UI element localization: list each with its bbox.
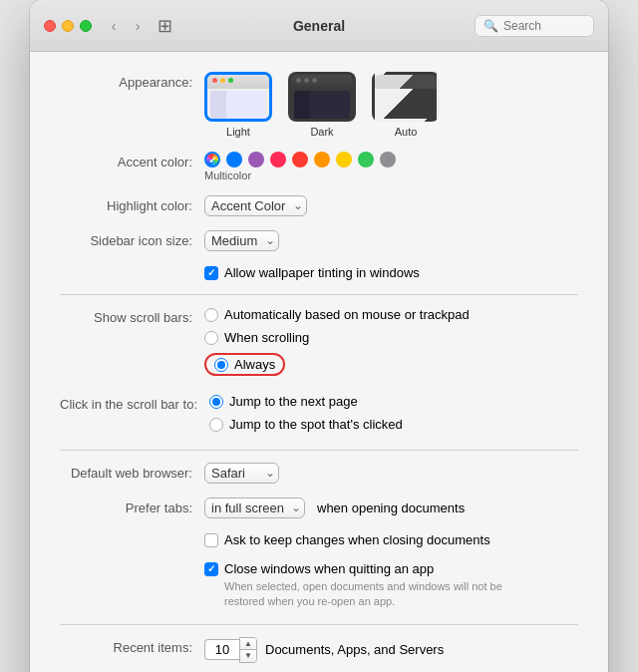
dot-red bbox=[212, 78, 217, 83]
dark-preview[interactable] bbox=[288, 72, 356, 122]
scroll-bars-label: Show scroll bars: bbox=[60, 307, 204, 325]
ask-changes-checkbox[interactable] bbox=[204, 533, 218, 547]
stepper-buttons: ▲ ▼ bbox=[239, 637, 257, 663]
click-spot-radio[interactable] bbox=[209, 418, 223, 432]
scroll-auto-option[interactable]: Automatically based on mouse or trackpad bbox=[204, 307, 470, 322]
appearance-options: Light Dark bbox=[204, 72, 440, 138]
appearance-dark[interactable]: Dark bbox=[288, 72, 356, 138]
click-next-radio[interactable] bbox=[209, 395, 223, 409]
accent-orange[interactable] bbox=[314, 152, 330, 168]
prefer-tabs-select[interactable]: in full screen always manually bbox=[204, 498, 305, 518]
window-title: General bbox=[293, 18, 345, 34]
accent-graphite[interactable] bbox=[380, 152, 396, 168]
scroll-bars-row: Show scroll bars: Automatically based on… bbox=[60, 307, 578, 380]
close-windows-checkbox-row: ✓ Close windows when quitting an app bbox=[204, 561, 543, 576]
scroll-when-option[interactable]: When scrolling bbox=[204, 330, 470, 345]
ask-changes-row: Ask to keep changes when closing documen… bbox=[60, 532, 578, 547]
search-input[interactable] bbox=[503, 19, 583, 33]
back-arrow[interactable]: ‹ bbox=[104, 16, 124, 36]
prefer-tabs-select-wrapper: in full screen always manually bbox=[204, 498, 305, 518]
scroll-auto-radio[interactable] bbox=[204, 308, 218, 322]
scroll-always-radio[interactable] bbox=[214, 358, 228, 372]
light-preview-sidebar bbox=[210, 91, 226, 121]
traffic-lights bbox=[44, 20, 92, 32]
accent-multicolor[interactable]: ✓ bbox=[204, 152, 220, 168]
auto-preview[interactable] bbox=[372, 72, 440, 122]
dark-preview-content bbox=[294, 91, 350, 121]
accent-green[interactable] bbox=[358, 152, 374, 168]
highlight-color-label: Highlight color: bbox=[60, 195, 204, 213]
minimize-button[interactable] bbox=[62, 20, 74, 32]
browser-select-wrapper: Safari Chrome Firefox bbox=[204, 463, 279, 484]
dot-green bbox=[228, 78, 233, 83]
close-windows-label: Close windows when quitting an app bbox=[224, 561, 434, 576]
maximize-button[interactable] bbox=[80, 20, 92, 32]
click-scroll-row: Click in the scroll bar to: Jump to the … bbox=[60, 394, 578, 436]
wallpaper-checkbox[interactable]: ✓ bbox=[204, 266, 218, 280]
recent-items-input[interactable] bbox=[204, 639, 239, 660]
appearance-auto[interactable]: Auto bbox=[372, 72, 440, 138]
ask-changes-checkbox-row: Ask to keep changes when closing documen… bbox=[204, 532, 490, 547]
highlight-color-select-wrapper: Accent Color bbox=[204, 195, 307, 216]
divider-2 bbox=[60, 450, 578, 451]
wallpaper-label: Allow wallpaper tinting in windows bbox=[224, 265, 420, 280]
accent-color-row: Accent color: ✓ Multicolor bbox=[60, 152, 578, 181]
accent-color-label: Accent color: bbox=[60, 152, 204, 169]
dark-preview-dots bbox=[296, 78, 317, 83]
click-spot-option[interactable]: Jump to the spot that's clicked bbox=[209, 417, 403, 432]
accent-pink[interactable] bbox=[270, 152, 286, 168]
recent-items-content: ▲ ▼ Documents, Apps, and Servers bbox=[204, 637, 444, 663]
light-preview[interactable] bbox=[204, 72, 272, 122]
highlight-select-wrapper: Accent Color bbox=[204, 195, 307, 216]
dark-preview-sidebar bbox=[294, 91, 310, 121]
highlight-color-select[interactable]: Accent Color bbox=[204, 195, 307, 216]
close-windows-checkbox[interactable]: ✓ bbox=[204, 562, 218, 576]
prefer-tabs-label: Prefer tabs: bbox=[60, 498, 204, 515]
window: ‹ › ⊞ General 🔍 Appearance: bbox=[30, 0, 608, 672]
browser-select[interactable]: Safari Chrome Firefox bbox=[204, 463, 279, 484]
light-preview-content bbox=[210, 91, 266, 121]
light-preview-dots bbox=[212, 78, 233, 83]
accent-sublabel: Multicolor bbox=[204, 169, 251, 181]
scroll-bar-options: Automatically based on mouse or trackpad… bbox=[204, 307, 470, 380]
click-next-label: Jump to the next page bbox=[229, 394, 358, 409]
dot-yellow bbox=[220, 78, 225, 83]
stepper-up[interactable]: ▲ bbox=[240, 638, 256, 650]
titlebar: ‹ › ⊞ General 🔍 bbox=[30, 0, 608, 52]
always-highlight-box: Always bbox=[204, 353, 285, 376]
dot-g bbox=[312, 78, 317, 83]
accent-yellow[interactable] bbox=[336, 152, 352, 168]
scroll-when-label: When scrolling bbox=[224, 330, 309, 345]
click-spot-label: Jump to the spot that's clicked bbox=[229, 417, 403, 432]
click-scroll-label: Click in the scroll bar to: bbox=[60, 394, 209, 412]
accent-blue[interactable] bbox=[226, 152, 242, 168]
forward-arrow[interactable]: › bbox=[128, 16, 148, 36]
scroll-auto-label: Automatically based on mouse or trackpad bbox=[224, 307, 470, 322]
recent-items-suffix: Documents, Apps, and Servers bbox=[265, 642, 444, 657]
close-windows-subtext: When selected, open documents and window… bbox=[224, 579, 543, 610]
accent-red[interactable] bbox=[292, 152, 308, 168]
close-windows-content: ✓ Close windows when quitting an app Whe… bbox=[204, 561, 543, 610]
click-scroll-options: Jump to the next page Jump to the spot t… bbox=[209, 394, 403, 436]
scroll-always-option[interactable]: Always bbox=[204, 353, 470, 376]
accent-color-options: ✓ Multicolor bbox=[204, 152, 396, 181]
multicolor-check: ✓ bbox=[208, 155, 216, 166]
close-windows-row: ✓ Close windows when quitting an app Whe… bbox=[60, 561, 578, 610]
sidebar-icon-select[interactable]: Medium Small Large bbox=[204, 230, 279, 251]
prefer-tabs-suffix: when opening documents bbox=[317, 501, 465, 515]
click-next-option[interactable]: Jump to the next page bbox=[209, 394, 403, 409]
sidebar-icon-label: Sidebar icon size: bbox=[60, 230, 204, 248]
search-box[interactable]: 🔍 bbox=[475, 15, 594, 37]
divider-3 bbox=[60, 624, 578, 625]
close-button[interactable] bbox=[44, 20, 56, 32]
stepper-down[interactable]: ▼ bbox=[240, 650, 256, 662]
recent-items-row: Recent items: ▲ ▼ Documents, Apps, and S… bbox=[60, 637, 578, 663]
highlight-color-row: Highlight color: Accent Color bbox=[60, 195, 578, 216]
appearance-row: Appearance: Light bbox=[60, 72, 578, 138]
appearance-light[interactable]: Light bbox=[204, 72, 272, 138]
scroll-always-label: Always bbox=[234, 357, 275, 372]
scroll-when-radio[interactable] bbox=[204, 331, 218, 345]
highlight-color-box: Accent Color bbox=[204, 195, 307, 216]
recent-items-stepper: ▲ ▼ bbox=[204, 637, 257, 663]
accent-purple[interactable] bbox=[248, 152, 264, 168]
